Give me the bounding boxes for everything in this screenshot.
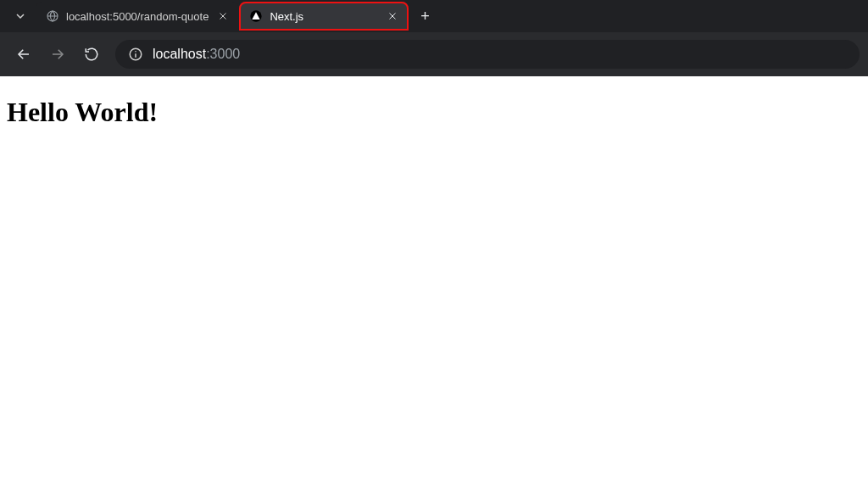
tab-strip: localhost:5000/random-quote Next.js <box>0 0 868 32</box>
address-bar[interactable]: localhost:3000 <box>115 40 860 69</box>
tab-localhost-5000[interactable]: localhost:5000/random-quote <box>36 2 239 31</box>
tab-nextjs[interactable]: Next.js <box>239 2 409 31</box>
svg-point-11 <box>135 51 136 53</box>
url-port: :3000 <box>206 47 240 61</box>
plus-icon: + <box>420 8 430 25</box>
close-tab-button[interactable] <box>385 8 400 24</box>
window-dropdown-button[interactable] <box>5 4 36 28</box>
close-tab-button[interactable] <box>215 8 231 24</box>
chevron-down-icon <box>14 9 27 23</box>
arrow-left-icon <box>16 47 31 62</box>
back-button[interactable] <box>8 39 39 70</box>
reload-icon <box>84 47 99 62</box>
nextjs-icon <box>249 9 263 23</box>
browser-chrome: localhost:5000/random-quote Next.js <box>0 0 868 76</box>
tab-title: localhost:5000/random-quote <box>66 10 209 23</box>
arrow-right-icon <box>50 47 65 62</box>
globe-icon <box>46 9 59 23</box>
reload-button[interactable] <box>76 39 107 70</box>
toolbar: localhost:3000 <box>0 32 868 76</box>
tab-title: Next.js <box>270 10 378 23</box>
info-icon <box>128 47 143 62</box>
url-text: localhost:3000 <box>153 47 240 62</box>
close-icon <box>387 11 398 21</box>
close-icon <box>218 11 228 21</box>
site-info-button[interactable] <box>127 46 144 63</box>
page-heading: Hello World! <box>0 76 868 148</box>
forward-button[interactable] <box>42 39 73 70</box>
url-host: localhost <box>153 47 206 61</box>
new-tab-button[interactable]: + <box>412 3 437 29</box>
page-viewport: Hello World! <box>0 76 868 479</box>
